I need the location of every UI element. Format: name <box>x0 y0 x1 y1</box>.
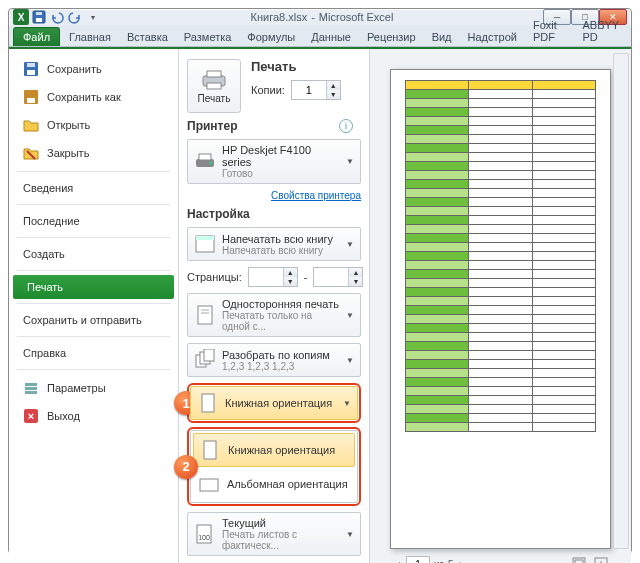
open-icon <box>23 117 39 133</box>
page-current-input[interactable] <box>406 556 430 563</box>
chevron-down-icon: ▼ <box>346 530 354 539</box>
preview-scrollbar[interactable] <box>613 53 629 549</box>
ribbon-tabs: Файл Главная Вставка Разметка Формулы Да… <box>9 25 631 47</box>
print-preview: ◄ из 5 ► <box>369 49 631 563</box>
svg-rect-3 <box>36 18 42 22</box>
tab-insert[interactable]: Вставка <box>120 28 175 46</box>
tab-file[interactable]: Файл <box>13 27 60 46</box>
copies-input[interactable] <box>292 84 326 96</box>
tab-data[interactable]: Данные <box>304 28 358 46</box>
tab-view[interactable]: Вид <box>425 28 459 46</box>
orientation-option-portrait[interactable]: Книжная ориентация <box>193 433 355 467</box>
tab-addins[interactable]: Надстрой <box>461 28 524 46</box>
collate-sub: 1,2,3 1,2,3 1,2,3 <box>222 361 340 372</box>
separator <box>17 303 170 304</box>
backstage-nav: Сохранить Сохранить как Открыть Закрыть … <box>9 49 179 563</box>
preview-table <box>405 80 596 432</box>
nav-share[interactable]: Сохранить и отправить <box>9 308 178 332</box>
undo-icon[interactable] <box>49 9 65 25</box>
saveas-icon <box>23 89 39 105</box>
portrait-icon <box>197 392 219 414</box>
page-from-spinner[interactable]: ▲▼ <box>248 267 298 287</box>
prev-page-icon[interactable]: ◄ <box>392 559 402 564</box>
svg-rect-9 <box>27 98 35 103</box>
nav-info[interactable]: Сведения <box>9 176 178 200</box>
svg-rect-12 <box>25 387 37 390</box>
page-to-input[interactable] <box>314 271 348 283</box>
svg-rect-18 <box>207 83 221 89</box>
info-icon[interactable]: i <box>339 119 353 133</box>
zoom-icon[interactable] <box>593 556 609 563</box>
document-name: Книга8.xlsx <box>251 11 308 23</box>
svg-text:X: X <box>18 12 25 23</box>
printer-dropdown[interactable]: HP Deskjet F4100 series Готово ▼ <box>187 139 361 184</box>
page-total: 5 <box>448 559 454 564</box>
page-from-input[interactable] <box>249 271 283 283</box>
save-icon <box>23 61 39 77</box>
page-to-spinner[interactable]: ▲▼ <box>313 267 363 287</box>
nav-new[interactable]: Создать <box>9 242 178 266</box>
printer-icon <box>194 151 216 173</box>
svg-rect-30 <box>202 394 214 412</box>
svg-rect-24 <box>198 306 212 324</box>
nav-recent[interactable]: Последние <box>9 209 178 233</box>
copies-spinner[interactable]: ▲▼ <box>291 80 341 100</box>
orientation-dropdown[interactable]: Книжная ориентация ▼ <box>190 386 358 420</box>
nav-label: Сохранить <box>47 63 102 75</box>
nav-print[interactable]: Печать <box>13 275 174 299</box>
scale-main: Текущий <box>222 517 340 529</box>
spinner-up-icon[interactable]: ▲ <box>326 81 340 90</box>
print-title: Печать <box>251 59 341 74</box>
nav-label: Параметры <box>47 382 106 394</box>
chevron-down-icon: ▼ <box>346 240 354 249</box>
next-page-icon[interactable]: ► <box>458 559 468 564</box>
callout-1: 1 Книжная ориентация ▼ <box>187 383 361 423</box>
svg-rect-11 <box>25 383 37 386</box>
nav-help[interactable]: Справка <box>9 341 178 365</box>
nav-saveas[interactable]: Сохранить как <box>9 83 178 111</box>
orientation-option-landscape[interactable]: Альбомная ориентация <box>193 468 355 500</box>
tab-home[interactable]: Главная <box>62 28 118 46</box>
svg-rect-17 <box>207 71 221 77</box>
separator <box>17 336 170 337</box>
separator <box>17 369 170 370</box>
tab-foxit[interactable]: Foxit PDF <box>526 16 574 46</box>
duplex-dropdown[interactable]: Односторонняя печать Печатать только на … <box>187 293 361 337</box>
nav-options[interactable]: Параметры <box>9 374 178 402</box>
nav-label: Открыть <box>47 119 90 131</box>
print-button[interactable]: Печать <box>187 59 241 113</box>
pages-sep: - <box>304 271 308 283</box>
collate-dropdown[interactable]: Разобрать по копиям 1,2,3 1,2,3 1,2,3 ▼ <box>187 343 361 377</box>
svg-text:×: × <box>28 410 34 422</box>
nav-save[interactable]: Сохранить <box>9 55 178 83</box>
duplex-main: Односторонняя печать <box>222 298 340 310</box>
qat-dropdown-icon[interactable]: ▾ <box>85 9 101 25</box>
printer-name: HP Deskjet F4100 series <box>222 144 340 168</box>
settings-section-title: Настройка <box>187 207 361 221</box>
tab-layout[interactable]: Разметка <box>177 28 239 46</box>
nav-close[interactable]: Закрыть <box>9 139 178 167</box>
margins-icon[interactable] <box>571 556 587 563</box>
tab-abbyy[interactable]: ABBYY PD <box>575 16 627 46</box>
nav-exit[interactable]: × Выход <box>9 402 178 430</box>
nav-label: Выход <box>47 410 80 422</box>
spinner-down-icon[interactable]: ▼ <box>326 90 340 99</box>
save-icon[interactable] <box>31 9 47 25</box>
nav-open[interactable]: Открыть <box>9 111 178 139</box>
svg-rect-13 <box>25 391 37 394</box>
print-scope-dropdown[interactable]: Напечатать всю книгу Напечатать всю книг… <box>187 227 361 261</box>
printer-properties-link[interactable]: Свойства принтера <box>187 190 361 201</box>
tab-review[interactable]: Рецензир <box>360 28 423 46</box>
scope-main: Напечатать всю книгу <box>222 233 340 245</box>
separator <box>17 204 170 205</box>
tab-formulas[interactable]: Формулы <box>240 28 302 46</box>
redo-icon[interactable] <box>67 9 83 25</box>
scale-icon: 100 <box>194 523 216 545</box>
copies-label: Копии: <box>251 84 285 96</box>
scale-dropdown[interactable]: 100 Текущий Печать листов с фактическ...… <box>187 512 361 556</box>
svg-rect-7 <box>27 63 35 67</box>
options-icon <box>23 380 39 396</box>
svg-rect-32 <box>200 479 218 491</box>
svg-rect-29 <box>204 349 214 361</box>
page-sep: из <box>434 559 444 564</box>
